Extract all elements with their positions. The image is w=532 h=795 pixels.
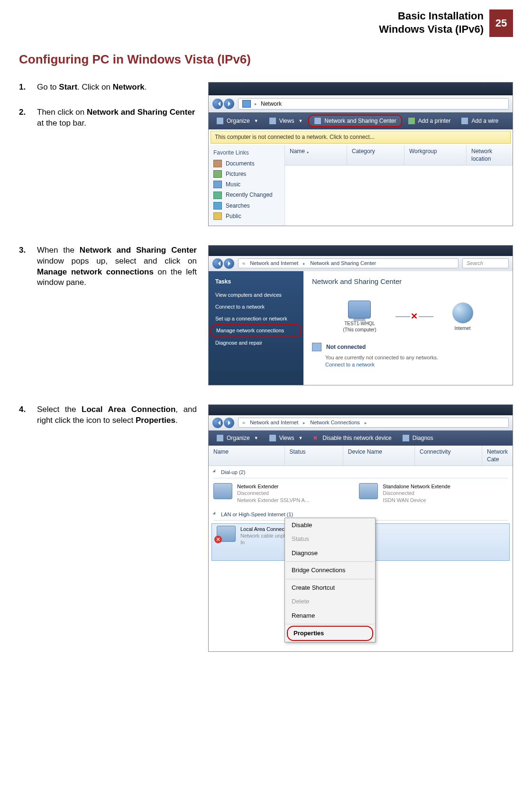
search-input[interactable]: Search (462, 258, 509, 268)
views-icon (269, 434, 276, 442)
fav-searches[interactable]: Searches (209, 201, 284, 211)
close-icon: ✕ (313, 434, 318, 442)
folder-icon (213, 181, 222, 188)
add-printer-button[interactable]: Add a printer (403, 116, 456, 126)
col-category[interactable]: Network Cate (482, 446, 513, 466)
col-device[interactable]: Device Name (343, 446, 415, 466)
header-line-2: Windows Vista (IPv6) (379, 23, 484, 36)
network-map: TEST1-WHQL (This computer) ✕ Internet (312, 301, 504, 333)
column-headers: Name Status Device Name Connectivity Net… (209, 446, 513, 466)
window-titlebar (209, 82, 513, 95)
diagnose-button[interactable]: Diagnos (397, 433, 438, 443)
ctx-status: Status (285, 532, 375, 546)
back-button[interactable] (212, 99, 223, 109)
nsc-icon (314, 117, 321, 125)
tasks-pane: Tasks View computers and devices Connect… (209, 271, 303, 385)
list-row: Network Extender Disconnected Network Ex… (209, 481, 513, 505)
ctx-diagnose[interactable]: Diagnose (285, 546, 375, 560)
task-setup-connection[interactable]: Set up a connection or network (209, 313, 303, 325)
connection-line: ✕ (395, 316, 433, 317)
page-header: Basic Installation Windows Vista (IPv6) … (19, 0, 513, 37)
connect-link[interactable]: Connect to a network (325, 361, 504, 368)
window-titlebar (209, 246, 513, 256)
back-button[interactable] (212, 258, 223, 269)
globe-icon (452, 302, 473, 323)
connection-icon (359, 483, 378, 499)
status-icon (312, 343, 321, 351)
organize-icon (216, 434, 224, 442)
favorites-header: Favorite Links (209, 147, 284, 158)
status-message: You are currently not connected to any n… (325, 354, 504, 361)
printer-icon (408, 117, 415, 125)
column-headers: Name Category Workgroup Network location (285, 145, 513, 165)
disable-device-button[interactable]: ✕Disable this network device (308, 433, 396, 443)
page-number: 25 (489, 9, 513, 37)
conn-standalone-extender[interactable]: Standalone Network Extende Disconnected … (359, 483, 494, 503)
fav-documents[interactable]: Documents (209, 158, 284, 169)
folder-icon (213, 170, 222, 178)
views-button[interactable]: Views▼ (264, 116, 308, 126)
context-menu: Disable Status Diagnose Bridge Connectio… (284, 518, 376, 642)
header-line-1: Basic Installation (379, 9, 484, 23)
folder-icon (213, 160, 222, 167)
col-status[interactable]: Status (285, 446, 343, 466)
fav-public[interactable]: Public (209, 211, 284, 221)
col-name[interactable]: Name (209, 446, 285, 466)
tasks-header: Tasks (209, 276, 303, 289)
task-view-computers[interactable]: View computers and devices (209, 289, 303, 301)
organize-button[interactable]: Organize▼ (211, 433, 263, 443)
computer-icon (348, 301, 371, 319)
step-4: 4. Select the Local Area Connection, and… (19, 404, 197, 426)
group-dialup[interactable]: Dial-up (2) (209, 466, 513, 478)
col-connectivity[interactable]: Connectivity (415, 446, 482, 466)
connection-icon (213, 483, 232, 499)
task-manage-connections[interactable]: Manage network connections (211, 324, 302, 337)
folder-icon (213, 212, 222, 220)
ctx-shortcut[interactable]: Create Shortcut (285, 581, 375, 595)
address-bar[interactable]: ▸ Network (238, 98, 509, 110)
diagnose-icon (402, 434, 410, 442)
organize-icon (216, 117, 224, 125)
ctx-properties[interactable]: Properties (287, 626, 373, 641)
col-workgroup[interactable]: Workgroup (404, 145, 467, 165)
connection-icon (217, 526, 236, 542)
ctx-bridge[interactable]: Bridge Connections (285, 563, 375, 577)
screenshot-network-explorer: ▸ Network Organize▼ Views▼ Network and S… (208, 82, 513, 226)
info-bar[interactable]: This computer is not connected to a netw… (211, 131, 511, 143)
forward-button[interactable] (224, 258, 234, 269)
breadcrumb: Network (261, 100, 282, 108)
task-connect-network[interactable]: Connect to a network (209, 301, 303, 313)
conn-network-extender[interactable]: Network Extender Disconnected Network Ex… (213, 483, 348, 503)
network-icon (242, 100, 251, 108)
fav-music[interactable]: Music (209, 179, 284, 190)
network-sharing-center-button[interactable]: Network and Sharing Center (308, 115, 402, 127)
fav-recent[interactable]: Recently Changed (209, 190, 284, 200)
add-wireless-button[interactable]: Add a wire (456, 116, 503, 126)
address-bar[interactable]: « Network and Internet ▸ Network Connect… (238, 418, 509, 428)
ctx-rename[interactable]: Rename (285, 609, 375, 623)
task-diagnose-repair[interactable]: Diagnose and repair (209, 337, 303, 349)
step-1: 1. Go to Start. Click on Network. (19, 82, 197, 93)
screenshot-sharing-center: « Network and Internet ▸ Network and Sha… (208, 245, 513, 385)
views-button[interactable]: Views▼ (264, 433, 308, 443)
step-3: 3. When the Network and Sharing Center w… (19, 245, 197, 289)
section-title: Configuring PC in Windows Vista (IPv6) (19, 51, 513, 68)
screenshot-network-connections: « Network and Internet ▸ Network Connect… (208, 404, 513, 652)
forward-button[interactable] (224, 99, 234, 109)
fav-pictures[interactable]: Pictures (209, 169, 284, 179)
back-button[interactable] (212, 418, 223, 428)
wireless-icon (461, 117, 468, 125)
ctx-disable[interactable]: Disable (285, 518, 375, 532)
disconnected-icon: ✕ (410, 312, 419, 320)
views-icon (269, 117, 276, 125)
col-category[interactable]: Category (347, 145, 404, 165)
window-titlebar (209, 405, 513, 415)
ctx-delete: Delete (285, 594, 375, 609)
address-bar[interactable]: « Network and Internet ▸ Network and Sha… (238, 258, 459, 268)
forward-button[interactable] (224, 418, 234, 428)
col-netloc[interactable]: Network location (467, 145, 513, 165)
folder-icon (213, 192, 222, 199)
folder-icon (213, 202, 222, 210)
organize-button[interactable]: Organize▼ (211, 116, 263, 126)
col-name[interactable]: Name (285, 145, 347, 165)
